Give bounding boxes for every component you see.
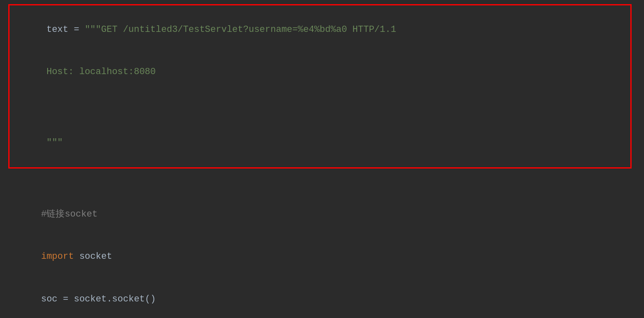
empty-line-2 [14, 108, 626, 122]
code-editor: text = """GET /untitled3/TestServlet?use… [0, 0, 644, 318]
import-keyword: import [41, 251, 74, 262]
string-host: Host: localhost:8080 [46, 67, 156, 77]
comment-text-socket: #链接socket [41, 209, 97, 219]
string-get: """GET /untitled3/TestServlet?username=%… [85, 24, 396, 35]
import-module: socket [74, 251, 112, 262]
string-end: """ [46, 137, 63, 148]
var-text: text [46, 24, 68, 35]
code-line-5: """ [14, 122, 626, 164]
import-line: import socket [8, 236, 636, 278]
soc-assign-line: soc = socket.socket() [8, 278, 636, 318]
code-line-2: Host: localhost:8080 [14, 51, 626, 93]
eq-sign: = [68, 24, 85, 35]
gap-1 [8, 181, 636, 193]
highlighted-code-block: text = """GET /untitled3/TestServlet?use… [8, 4, 632, 169]
soc-assign-text: soc = socket.socket() [41, 294, 156, 304]
code-line-1: text = """GET /untitled3/TestServlet?use… [14, 9, 626, 51]
comment-socket: #链接socket [8, 193, 636, 236]
empty-line-1 [14, 94, 626, 108]
socket-section: #链接socket import socket soc = socket.soc… [8, 193, 636, 318]
